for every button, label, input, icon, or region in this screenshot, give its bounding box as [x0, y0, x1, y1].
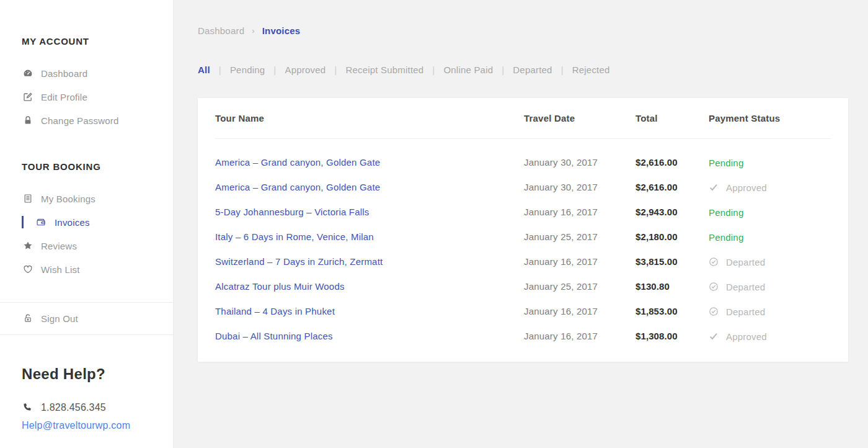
dashboard-icon [22, 68, 33, 79]
sidebar-item-invoices[interactable]: Invoices [0, 216, 173, 228]
travel-date: January 16, 2017 [524, 256, 598, 267]
invoices-table-card: Tour Name Travel Date Total Payment Stat… [198, 98, 848, 362]
sidebar-item-sign-out[interactable]: Sign Out [0, 312, 173, 325]
table-row: 5-Day Johannesburg – Victoria Falls Janu… [215, 200, 831, 225]
filter-approved[interactable]: Approved [285, 65, 326, 75]
sidebar-item-my-bookings[interactable]: My Bookings [0, 192, 173, 205]
account-sidebar: MY ACCOUNT Dashboard Edit Profile Change… [0, 0, 174, 448]
status-label: Pending [709, 207, 743, 218]
payment-status: Pending [709, 158, 831, 168]
travel-date: January 30, 2017 [524, 157, 598, 168]
sidebar-item-label: Wish List [41, 264, 80, 275]
total-amount: $2,616.00 [636, 182, 678, 192]
travel-date: January 25, 2017 [524, 231, 598, 242]
tour-name-link[interactable]: 5-Day Johannesburg – Victoria Falls [215, 207, 370, 217]
total-amount: $2,943.00 [636, 207, 678, 217]
table-row: Dubai – All Stunning Places January 16, … [215, 324, 831, 349]
tour-name-link[interactable]: America – Grand canyon, Golden Gate [215, 157, 380, 168]
column-header-payment-status: Payment Status [709, 113, 831, 123]
filter-separator: | [334, 65, 337, 75]
heart-icon [22, 264, 33, 275]
departed-circle-check-icon [709, 257, 719, 267]
filter-separator: | [432, 65, 435, 75]
help-email-link[interactable]: Help@traveltourwp.com [22, 420, 173, 431]
travel-date: January 25, 2017 [524, 281, 598, 292]
tour-name-link[interactable]: America – Grand canyon, Golden Gate [215, 182, 380, 192]
sidebar-item-wish-list[interactable]: Wish List [0, 263, 173, 276]
unlock-icon [22, 313, 33, 324]
filter-separator: | [219, 65, 221, 75]
invoice-table-header: Tour Name Travel Date Total Payment Stat… [215, 98, 831, 139]
sidebar-item-label: My Bookings [41, 194, 95, 204]
invoices-page: Dashboard › Invoices All | Pending | App… [174, 0, 868, 448]
table-row: Italy – 6 Days in Rome, Venice, Milan Ja… [215, 225, 831, 249]
payment-status: Departed [709, 282, 831, 292]
tour-name-link[interactable]: Switzerland – 7 Days in Zurich, Zermatt [215, 256, 383, 267]
column-header-tour-name: Tour Name [215, 113, 524, 123]
total-amount: $1,853.00 [636, 306, 678, 316]
status-filter-bar: All | Pending | Approved | Receipt Submi… [198, 65, 868, 75]
status-label: Departed [726, 257, 765, 267]
edit-icon [22, 92, 33, 102]
payment-status: Pending [709, 207, 831, 218]
breadcrumb-dashboard[interactable]: Dashboard [198, 25, 244, 36]
filter-all[interactable]: All [198, 65, 210, 75]
my-account-list: Dashboard Edit Profile Change Password [0, 67, 173, 127]
status-label: Approved [726, 331, 767, 342]
sidebar-item-label: Invoices [55, 217, 90, 228]
status-label: Departed [726, 307, 765, 317]
tour-name-link[interactable]: Dubai – All Stunning Places [215, 331, 333, 341]
sidebar-divider [0, 334, 173, 335]
filter-receipt-submitted[interactable]: Receipt Submitted [345, 65, 423, 75]
sidebar-item-label: Sign Out [41, 313, 78, 324]
breadcrumb: Dashboard › Invoices [198, 25, 868, 36]
table-row: Switzerland – 7 Days in Zurich, Zermatt … [215, 249, 831, 274]
lock-icon [22, 115, 33, 126]
status-label: Pending [709, 158, 743, 168]
sidebar-item-label: Reviews [41, 241, 77, 251]
status-label: Approved [726, 182, 767, 193]
payment-status: Approved [709, 331, 831, 342]
total-amount: $1,308.00 [636, 331, 678, 341]
tour-name-link[interactable]: Thailand – 4 Days in Phuket [215, 306, 335, 316]
phone-icon [22, 403, 32, 413]
sidebar-item-change-password[interactable]: Change Password [0, 114, 173, 127]
star-icon [22, 241, 33, 251]
total-amount: $130.80 [636, 281, 670, 292]
filter-online-paid[interactable]: Online Paid [443, 65, 493, 75]
travel-date: January 16, 2017 [524, 306, 598, 316]
sidebar-item-reviews[interactable]: Reviews [0, 240, 173, 252]
column-header-total: Total [636, 113, 709, 123]
departed-circle-check-icon [709, 282, 719, 292]
sidebar-item-dashboard[interactable]: Dashboard [0, 67, 173, 79]
filter-separator: | [561, 65, 564, 75]
active-indicator-bar [22, 216, 24, 228]
filter-departed[interactable]: Departed [513, 65, 552, 75]
my-account-heading: MY ACCOUNT [22, 0, 173, 47]
approved-check-icon [709, 331, 719, 341]
tour-booking-list: My Bookings Invoices Reviews Wish List [0, 192, 173, 276]
bookings-icon [22, 194, 33, 204]
column-header-travel-date: Travel Date [524, 113, 636, 123]
table-row: America – Grand canyon, Golden Gate Janu… [215, 175, 831, 200]
total-amount: $3,815.00 [636, 256, 678, 267]
payment-status: Pending [709, 232, 831, 243]
status-label: Pending [709, 232, 743, 243]
travel-date: January 16, 2017 [524, 331, 598, 341]
table-row: Thailand – 4 Days in Phuket January 16, … [215, 299, 831, 324]
invoice-table-body: America – Grand canyon, Golden Gate Janu… [215, 139, 831, 349]
help-phone-row: 1.828.456.345 [22, 402, 173, 413]
table-row: Alcatraz Tour plus Muir Woods January 25… [215, 274, 831, 299]
status-label: Departed [726, 282, 765, 292]
sidebar-item-label: Dashboard [41, 68, 87, 79]
filter-rejected[interactable]: Rejected [572, 65, 610, 75]
approved-check-icon [709, 182, 719, 192]
sidebar-item-edit-profile[interactable]: Edit Profile [0, 91, 173, 103]
tour-name-link[interactable]: Alcatraz Tour plus Muir Woods [215, 281, 345, 292]
departed-circle-check-icon [709, 307, 719, 316]
total-amount: $2,616.00 [636, 157, 678, 168]
sidebar-item-label: Edit Profile [41, 92, 87, 102]
filter-pending[interactable]: Pending [230, 65, 265, 75]
tour-name-link[interactable]: Italy – 6 Days in Rome, Venice, Milan [215, 231, 374, 242]
tour-booking-heading: TOUR BOOKING [22, 161, 173, 172]
